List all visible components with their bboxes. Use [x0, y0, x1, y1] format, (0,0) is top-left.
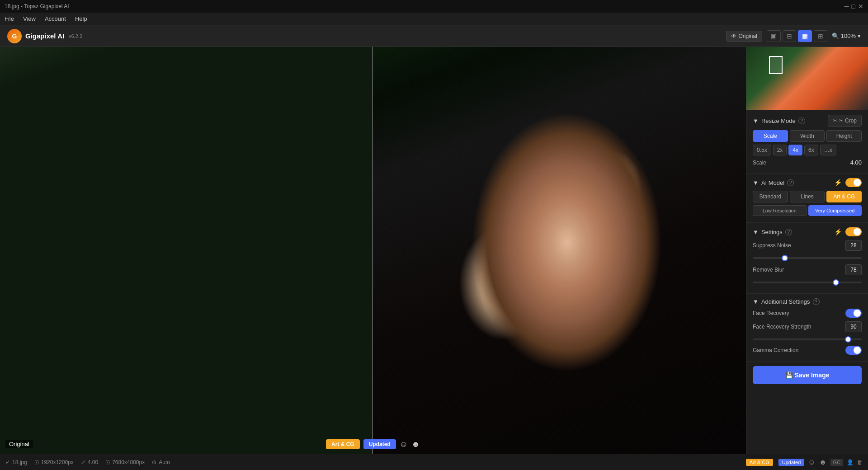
- eye-icon: 👁: [731, 33, 736, 39]
- thumbnail-image: [746, 47, 868, 110]
- scale-4x[interactable]: 4x: [788, 145, 802, 155]
- collapse-arrow-settings[interactable]: ▼: [753, 229, 759, 235]
- scale-2x[interactable]: 2x: [773, 145, 787, 155]
- very-compressed-button[interactable]: Very Compressed: [808, 205, 862, 216]
- app-logo: G Gigapixel AI v6.2.2: [7, 29, 82, 43]
- resize-help[interactable]: ?: [798, 118, 805, 124]
- ai-model-section: ▼ AI Model ? ⚡ Standard Lines Art & CG L…: [746, 174, 868, 223]
- settings-help[interactable]: ?: [785, 229, 792, 235]
- scale-value-row: Scale 4.00: [753, 159, 862, 166]
- ai-model-toggle-row: ⚡: [834, 178, 862, 187]
- low-resolution-button[interactable]: Low Resolution: [753, 205, 807, 216]
- art-cg-status: Art & CG: [746, 459, 773, 466]
- face-recovery-strength-value[interactable]: 90: [845, 321, 862, 332]
- view-compare-horiz[interactable]: ⊞: [814, 30, 827, 42]
- suppress-noise-label: Suppress Noise: [753, 242, 791, 249]
- view-side-by-side[interactable]: ⊟: [783, 30, 796, 42]
- suppress-noise-value[interactable]: 28: [845, 240, 862, 251]
- settings-section: ▼ Settings ? ⚡ Suppress Noise 28: [746, 223, 868, 294]
- delete-icon[interactable]: 🗑: [857, 459, 863, 465]
- canvas-split: Original: [0, 47, 746, 454]
- close-button[interactable]: ✕: [858, 3, 863, 10]
- bottom-emoji-1[interactable]: ☺: [808, 458, 815, 466]
- additional-help[interactable]: ?: [813, 298, 820, 305]
- suppress-noise-row: Suppress Noise 28: [753, 240, 862, 251]
- zoom-display: 🔍 100% ▾: [832, 33, 861, 39]
- scale-0-5x[interactable]: 0.5x: [753, 145, 771, 155]
- menu-view[interactable]: View: [23, 15, 36, 22]
- collapse-arrow-resize[interactable]: ▼: [753, 118, 759, 124]
- updated-status: Updated: [778, 459, 805, 466]
- resize-mode-section: ▼ Resize Mode ? ✂ ✂ Crop Scale Width Hei…: [746, 110, 868, 174]
- art-cg-button[interactable]: Art & CG: [826, 191, 862, 202]
- gc-label[interactable]: GC: [830, 459, 844, 466]
- canvas-left-panel: Original: [0, 47, 373, 454]
- emoji-smiley[interactable]: ☺: [400, 440, 408, 449]
- toolbar-right: 👁 Original ▣ ⊟ ▦ ⊞ 🔍 100% ▾: [726, 30, 861, 42]
- collapse-arrow-ai[interactable]: ▼: [753, 179, 759, 186]
- gamma-correction-label: Gamma Correction: [753, 347, 798, 353]
- lines-button[interactable]: Lines: [790, 191, 825, 202]
- face-recovery-strength-section: Face Recovery Strength 90: [753, 321, 862, 342]
- settings-toggle-row: ⚡: [834, 227, 862, 236]
- zoom-chevron[interactable]: ▾: [858, 33, 861, 39]
- emoji-compare[interactable]: ☻: [411, 440, 420, 449]
- suppress-noise-slider[interactable]: [753, 257, 862, 259]
- out-dimensions: 7680x4800px: [112, 459, 145, 465]
- ai-help[interactable]: ?: [787, 179, 794, 186]
- view-single[interactable]: ▣: [767, 30, 781, 42]
- checkmark-icon: ✓: [5, 459, 10, 465]
- mode-label: Auto: [159, 459, 170, 465]
- height-button[interactable]: Height: [826, 130, 862, 142]
- menu-file[interactable]: File: [5, 15, 14, 22]
- menu-help[interactable]: Help: [75, 15, 87, 22]
- save-button[interactable]: 💾 Save Image: [753, 366, 862, 384]
- main-content: Original Art & CG Updated ☺ ☻: [0, 47, 868, 454]
- width-button[interactable]: Width: [790, 130, 825, 142]
- app-name: Gigapixel AI: [25, 32, 64, 40]
- scale-icon: ⤢: [81, 459, 85, 465]
- view-compare-vert[interactable]: ▦: [798, 30, 812, 42]
- original-toggle[interactable]: 👁 Original: [726, 31, 762, 42]
- remove-blur-value[interactable]: 78: [845, 264, 862, 275]
- menu-account[interactable]: Account: [45, 15, 66, 22]
- scale-item: ⤢ 4.00: [81, 459, 98, 465]
- scale-custom[interactable]: …x: [820, 145, 836, 155]
- scale-button[interactable]: Scale: [753, 130, 788, 142]
- face-recovery-toggle[interactable]: [845, 309, 862, 318]
- ai-model-toggle[interactable]: [845, 178, 862, 187]
- collapse-arrow-additional[interactable]: ▼: [753, 298, 759, 305]
- art-cg-badge: Art & CG: [326, 439, 360, 449]
- out-dims-icon: ⊡: [105, 459, 110, 465]
- remove-blur-slider[interactable]: [753, 282, 862, 283]
- maximize-button[interactable]: □: [852, 3, 855, 10]
- canvas-area: Original Art & CG Updated ☺ ☻: [0, 47, 746, 454]
- resize-mode-header: ▼ Resize Mode ? ✂ ✂ Crop: [753, 115, 862, 127]
- zoom-icon: 🔍: [832, 33, 839, 39]
- thumbnail-selector[interactable]: [769, 56, 783, 74]
- gamma-correction-toggle[interactable]: [845, 346, 862, 355]
- bottom-emoji-2[interactable]: ☻: [819, 458, 827, 466]
- menu-bar: File View Account Help: [0, 13, 868, 25]
- standard-button[interactable]: Standard: [753, 191, 788, 202]
- face-recovery-strength-row: Face Recovery Strength 90: [753, 321, 862, 332]
- settings-title: ▼ Settings ?: [753, 229, 792, 235]
- suppress-noise-section: Suppress Noise 28: [753, 240, 862, 261]
- out-dims-item: ⊡ 7680x4800px: [105, 459, 145, 465]
- remove-blur-row: Remove Blur 78: [753, 264, 862, 275]
- ai-model-title: ▼ AI Model ?: [753, 179, 794, 186]
- app-version: v6.2.2: [69, 33, 82, 39]
- face-recovery-strength-slider[interactable]: [753, 338, 862, 340]
- settings-toggle[interactable]: [845, 227, 862, 236]
- scale-display: 4.00: [88, 459, 98, 465]
- crop-button[interactable]: ✂ ✂ Crop: [828, 115, 862, 127]
- scale-6x[interactable]: 6x: [804, 145, 818, 155]
- face-recovery-row: Face Recovery: [753, 309, 862, 318]
- resize-mode-title: ▼ Resize Mode ?: [753, 118, 805, 124]
- ai-model-group: Standard Lines Art & CG: [753, 191, 862, 202]
- minimize-button[interactable]: ─: [844, 3, 849, 10]
- gamma-correction-row: Gamma Correction: [753, 346, 862, 355]
- lightning-icon-settings: ⚡: [834, 228, 842, 235]
- settings-header: ▼ Settings ? ⚡: [753, 227, 862, 236]
- toolbar: G Gigapixel AI v6.2.2 👁 Original ▣ ⊟ ▦ ⊞…: [0, 25, 868, 47]
